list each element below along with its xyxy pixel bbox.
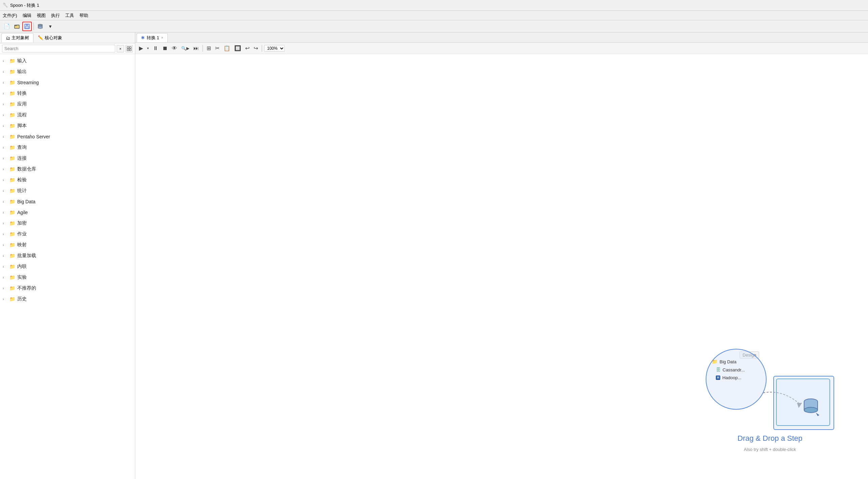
right-panel: ✱ 转换 1 × ▶ ▾ ⏸ ⏹ 👁 🔍▶ ⏭ ⊞ ✂ 📋 🔲 ↩ ↪ 100%… <box>135 32 868 479</box>
tree-item-18[interactable]: › 📁 批量加载 <box>0 250 135 261</box>
folder-icon: 📁 <box>9 264 15 269</box>
chevron-icon: › <box>3 81 7 85</box>
tree-item-17[interactable]: › 📁 映射 <box>0 240 135 250</box>
tree-item-22[interactable]: › 📁 历史 <box>0 294 135 304</box>
tree-item-label: Pentaho Server <box>17 134 50 139</box>
chevron-icon: › <box>3 200 7 204</box>
open-button[interactable] <box>12 22 22 31</box>
svg-rect-8 <box>130 47 131 48</box>
tree-item-label: 实验 <box>17 274 27 280</box>
svg-point-6 <box>38 27 43 28</box>
search-input[interactable] <box>2 45 115 52</box>
save-button[interactable] <box>22 22 32 31</box>
tree-item-16[interactable]: › 📁 作业 <box>0 229 135 240</box>
circle-hadoop-label: Hadoop... <box>722 375 741 380</box>
menu-edit[interactable]: 编辑 <box>23 13 31 19</box>
tree-item-19[interactable]: › 📁 内联 <box>0 261 135 272</box>
tree-item-label: Streaming <box>17 80 39 85</box>
tree-item-21[interactable]: › 📁 不推荐的 <box>0 283 135 294</box>
menu-file[interactable]: 文件(F) <box>3 13 17 19</box>
tree-item-0[interactable]: › 📁 输入 <box>0 55 135 66</box>
tree-item-1[interactable]: › 📁 输出 <box>0 66 135 77</box>
tree-item-label: 应用 <box>17 101 27 107</box>
layers-button[interactable] <box>36 22 45 31</box>
tree-item-7[interactable]: › 📁 Pentaho Server <box>0 131 135 142</box>
search-area: × <box>0 43 135 54</box>
folder-icon: 📁 <box>9 156 15 161</box>
preview-button[interactable]: 👁 <box>170 45 179 52</box>
canvas-tab-transform1[interactable]: ✱ 转换 1 × <box>137 33 168 42</box>
chevron-icon: › <box>3 211 7 214</box>
tree-list: › 📁 输入 › 📁 输出 › 📁 Streaming › 📁 转换 › 📁 应… <box>0 54 135 479</box>
main-layout: 🗂 主对象树 ✏️ 核心对象 × › <box>0 32 868 479</box>
folder-icon: 📁 <box>9 134 15 139</box>
canvas-area[interactable]: Design 📁 Big Data 🗄 Cassandr... H <box>135 54 868 479</box>
menu-tools[interactable]: 工具 <box>65 13 74 19</box>
dnd-circle: 📁 Big Data 🗄 Cassandr... H Hadoop... <box>706 349 767 410</box>
chevron-icon: › <box>3 276 7 279</box>
circle-h-badge: H <box>716 375 720 380</box>
canvas-tab-close[interactable]: × <box>161 36 163 40</box>
chevron-icon: › <box>3 287 7 290</box>
search-expand-button[interactable] <box>125 45 133 52</box>
tree-item-12[interactable]: › 📁 统计 <box>0 185 135 196</box>
copy-button[interactable]: 📋 <box>222 44 232 52</box>
dnd-db-icon <box>799 395 823 418</box>
new-button[interactable]: 📄 <box>2 22 11 31</box>
tree-item-8[interactable]: › 📁 查询 <box>0 142 135 153</box>
dropdown-button[interactable]: ▾ <box>46 22 55 31</box>
menu-run[interactable]: 执行 <box>51 13 60 19</box>
tree-item-9[interactable]: › 📁 连接 <box>0 153 135 164</box>
tree-item-4[interactable]: › 📁 应用 <box>0 99 135 110</box>
play-button[interactable]: ▶ <box>137 44 145 52</box>
redo-button[interactable]: ↪ <box>252 44 260 52</box>
tree-item-15[interactable]: › 📁 加密 <box>0 218 135 229</box>
undo-button[interactable]: ↩ <box>243 44 251 52</box>
tree-item-20[interactable]: › 📁 实验 <box>0 272 135 283</box>
pause-button[interactable]: ⏸ <box>151 45 160 52</box>
tree-item-3[interactable]: › 📁 转换 <box>0 88 135 99</box>
tree-item-6[interactable]: › 📁 脚本 <box>0 120 135 131</box>
chevron-icon: › <box>3 92 7 95</box>
chevron-icon: › <box>3 157 7 160</box>
folder-icon: 📁 <box>9 58 15 64</box>
folder-icon: 📁 <box>9 101 15 107</box>
circle-folder-icon: 📁 <box>712 359 718 364</box>
tree-item-label: 统计 <box>17 188 27 194</box>
align-button[interactable]: ⊞ <box>205 44 213 52</box>
chevron-icon: › <box>3 232 7 236</box>
folder-icon: 📁 <box>9 275 15 280</box>
circle-cassandra-label: Cassandr... <box>723 367 745 372</box>
tree-item-label: Big Data <box>17 199 36 204</box>
tree-item-11[interactable]: › 📁 检验 <box>0 175 135 185</box>
tree-item-label: 输出 <box>17 69 27 75</box>
zoom-selector[interactable]: 100% 75% 50% 150% <box>264 45 285 52</box>
debug-step-button[interactable]: 🔍▶ <box>180 45 191 51</box>
tree-item-label: 内联 <box>17 264 27 270</box>
svg-rect-7 <box>127 47 129 48</box>
folder-icon: 📁 <box>9 221 15 226</box>
svg-rect-9 <box>127 49 129 51</box>
title-bar: 🥄 Spoon - 转换 1 <box>0 0 868 11</box>
stop-button[interactable]: ⏹ <box>161 45 169 52</box>
tab-main-object-tree[interactable]: 🗂 主对象树 <box>1 33 33 43</box>
step-forward-button[interactable]: ⏭ <box>192 45 201 52</box>
search-clear-button[interactable]: × <box>117 45 124 52</box>
menu-help[interactable]: 帮助 <box>79 13 88 19</box>
svg-point-14 <box>804 407 818 413</box>
paste-button[interactable]: 🔲 <box>233 44 243 52</box>
folder-icon: 📁 <box>9 253 15 258</box>
tree-item-5[interactable]: › 📁 流程 <box>0 110 135 120</box>
tab-core-objects[interactable]: ✏️ 核心对象 <box>33 33 67 43</box>
tree-item-label: 流程 <box>17 112 27 118</box>
tree-item-13[interactable]: › 📁 Big Data <box>0 196 135 207</box>
tree-item-14[interactable]: › 📁 Agile <box>0 207 135 218</box>
cut-button[interactable]: ✂ <box>213 44 221 52</box>
tree-item-2[interactable]: › 📁 Streaming <box>0 77 135 88</box>
canvas-tab-label: 转换 1 <box>147 35 159 41</box>
core-icon: ✏️ <box>38 35 43 40</box>
tree-item-10[interactable]: › 📁 数据仓库 <box>0 164 135 175</box>
menu-view[interactable]: 视图 <box>37 13 46 19</box>
play-dropdown-button[interactable]: ▾ <box>145 46 150 51</box>
chevron-icon: › <box>3 254 7 258</box>
